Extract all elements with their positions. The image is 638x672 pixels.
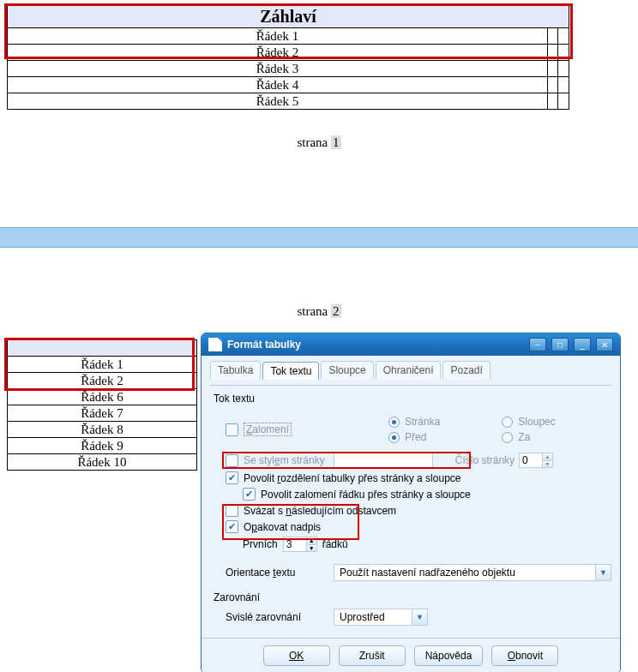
label-column: Sloupec [518,416,555,428]
table-row: Řádek 9 [8,438,197,454]
table-row: Řádek 3 [8,61,569,77]
table-row: Řádek 1 [8,28,569,45]
page-number-spinner[interactable]: ▲▼ [519,453,553,468]
window-close-button[interactable]: ✕ [596,338,613,351]
table-header-cell: Záhlaví [8,6,569,28]
table-row: Řádek 1 [8,357,197,373]
table-cell: Řádek 5 [8,93,548,110]
table-cell: Řádek 3 [8,61,548,77]
label-page-style: Se stylem stránky [244,454,325,466]
tab-pozadi[interactable]: Pozadí [442,361,490,379]
table-row: Řádek 2 [8,373,197,389]
page-number: 1 [331,135,341,149]
table-cell: Řádek 10 [8,454,197,471]
table-cell: Řádek 9 [8,438,197,454]
spin-down-icon[interactable]: ▼ [542,461,552,468]
document-icon [208,338,222,351]
table-cell: Řádek 2 [8,45,548,61]
table-cell: Řádek 1 [8,28,548,45]
table-row: Řádek 4 [8,77,569,93]
table-cell: Řádek 4 [8,77,548,93]
page-break [0,227,638,248]
spin-up-icon[interactable]: ▲ [542,453,552,461]
tab-tabulka[interactable]: Tabulka [210,361,261,379]
checkbox-page-style[interactable] [226,454,238,467]
table-row: Řádek 8 [8,422,197,438]
page-footer-1: strana 1 [0,135,638,150]
tab-sloupce[interactable]: Sloupce [321,361,373,379]
radio-before[interactable] [388,432,400,443]
table-cell: Řádek 1 [8,357,197,373]
page-number-input[interactable] [520,453,542,467]
checkbox-break[interactable] [226,423,238,436]
table-cell: Řádek 6 [8,389,197,405]
table-row: Řádek 10 [8,454,197,471]
window-help-button[interactable]: − [529,338,546,351]
radio-after[interactable] [502,432,513,443]
dialog-body: Tabulka Tok textu Sloupce Ohraničení Poz… [202,356,620,471]
table-cell: Řádek 7 [8,405,197,422]
table-header-empty [8,340,197,357]
tab-tok-textu[interactable]: Tok textu [262,362,319,380]
doc-table-1: Záhlaví Řádek 1 Řádek 2 Řádek 3 Řádek 4 … [7,5,569,110]
table-cell: Řádek 2 [8,373,197,389]
dialog-title: Formát tabulky [227,339,524,351]
table-row: Řádek 6 [8,389,197,405]
label-before: Před [405,431,426,443]
window-min-button[interactable]: _ [574,338,591,351]
table-format-dialog: Formát tabulky − □ _ ✕ Tabulka Tok textu… [201,333,621,471]
label-break: Zalomení [244,423,292,436]
table-row: Řádek 7 [8,405,197,422]
table-row: Řádek 5 [8,93,569,110]
page-number: 2 [331,304,341,318]
label-page-number: Číslo stránky [455,454,515,466]
tab-ohraniceni[interactable]: Ohraničení [376,361,442,379]
radio-column[interactable] [502,417,513,428]
page-style-field[interactable] [334,453,433,468]
section-tok-textu: Tok textu [214,393,611,405]
table-cell: Řádek 8 [8,422,197,438]
label-page: Stránka [405,416,440,428]
radio-page[interactable] [388,417,400,428]
label-after: Za [518,431,530,443]
table-row: Řádek 2 [8,45,569,61]
dialog-tabs: Tabulka Tok textu Sloupce Ohraničení Poz… [210,361,611,379]
document-page-1: Záhlaví Řádek 1 Řádek 2 Řádek 3 Řádek 4 … [0,0,638,150]
page-footer-2-top: strana 2 [0,304,638,319]
dialog-titlebar[interactable]: Formát tabulky − □ _ ✕ [202,333,620,356]
doc-table-2: Řádek 1 Řádek 2 Řádek 6 Řádek 7 Řádek 8 … [7,339,197,471]
window-max-button[interactable]: □ [551,338,569,351]
